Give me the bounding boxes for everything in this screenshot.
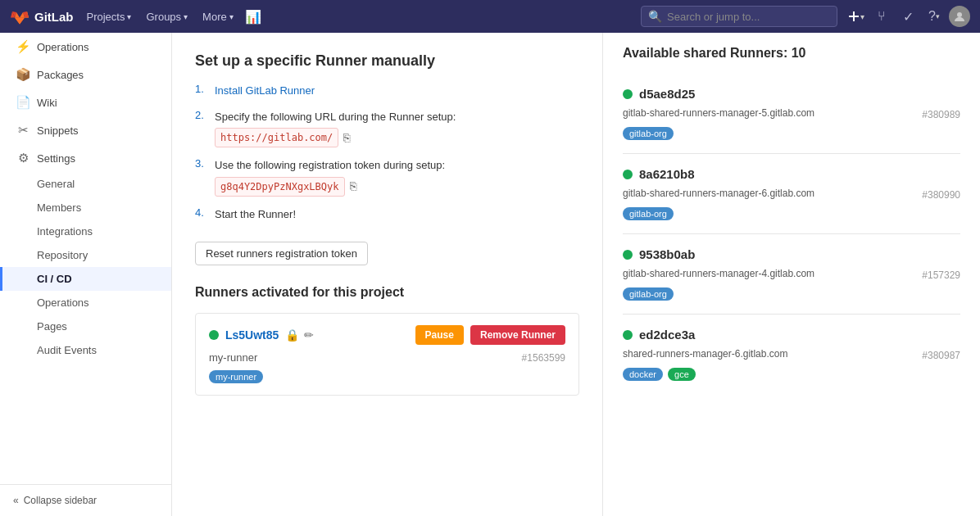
runner-icons: 🔒 ✏ bbox=[285, 328, 314, 342]
logo-text: GitLab bbox=[34, 10, 74, 24]
copy-url-icon[interactable]: ⎘ bbox=[343, 129, 350, 147]
runner-header: Ls5Uwt85 🔒 ✏ Pause Remove Runner bbox=[209, 325, 565, 345]
shared-runner-header: d5ae8d25 bbox=[623, 87, 960, 101]
sidebar-item-label: Settings bbox=[37, 152, 75, 165]
runner-host: shared-runners-manager-6.gitlab.com bbox=[623, 348, 787, 360]
runner-dot bbox=[623, 250, 633, 260]
runner-meta: my-runner #1563599 bbox=[209, 351, 565, 364]
sidebar-sub-repository[interactable]: Repository bbox=[0, 243, 171, 267]
runner-tag[interactable]: gitlab-org bbox=[623, 287, 674, 301]
activity-chart-icon[interactable]: 📊 bbox=[242, 5, 265, 28]
right-panel: Available shared Runners: 10 d5ae8d25 gi… bbox=[603, 33, 980, 516]
shared-runner-header: 9538b0ab bbox=[623, 247, 960, 261]
sidebar-item-packages[interactable]: 📦 Packages bbox=[0, 61, 171, 88]
pause-runner-button[interactable]: Pause bbox=[415, 325, 464, 345]
layout: ⚡ Operations 📦 Packages 📄 Wiki ✂ Snippet… bbox=[0, 33, 980, 516]
reset-token-button[interactable]: Reset runners registration token bbox=[195, 242, 368, 265]
shared-runner-4: ed2dce3a shared-runners-manager-6.gitlab… bbox=[623, 315, 960, 394]
settings-icon: ⚙ bbox=[16, 151, 30, 165]
runner-tag-gce[interactable]: gce bbox=[668, 368, 696, 381]
operations-icon: ⚡ bbox=[16, 39, 30, 54]
shared-runner-header: ed2dce3a bbox=[623, 328, 960, 342]
edit-icon[interactable]: ✏ bbox=[304, 328, 314, 342]
collapse-sidebar-button[interactable]: « Collapse sidebar bbox=[0, 484, 171, 516]
runner-id: #380990 bbox=[922, 189, 960, 201]
nav-more[interactable]: More ▾ bbox=[196, 7, 240, 26]
topnav-nav: Projects ▾ Groups ▾ More ▾ 📊 bbox=[80, 5, 265, 28]
runner-host: gitlab-shared-runners-manager-4.gitlab.c… bbox=[623, 268, 814, 279]
wiki-icon: 📄 bbox=[16, 95, 30, 110]
plus-icon[interactable]: ▾ bbox=[844, 5, 867, 28]
shared-runner-3: 9538b0ab gitlab-shared-runners-manager-4… bbox=[623, 234, 960, 315]
runner-name: 9538b0ab bbox=[639, 247, 695, 261]
chevron-down-icon: ▾ bbox=[127, 12, 131, 21]
runner-card: Ls5Uwt85 🔒 ✏ Pause Remove Runner my-runn… bbox=[195, 313, 579, 396]
snippets-icon: ✂ bbox=[16, 123, 30, 138]
sidebar-sub-cicd[interactable]: CI / CD bbox=[0, 267, 171, 291]
shared-runner-header: 8a6210b8 bbox=[623, 167, 960, 181]
remove-runner-button[interactable]: Remove Runner bbox=[470, 325, 565, 345]
chevron-down-icon: ▾ bbox=[229, 12, 234, 21]
runner-dot bbox=[623, 330, 633, 340]
help-icon[interactable]: ? ▾ bbox=[923, 5, 946, 28]
nav-groups[interactable]: Groups ▾ bbox=[139, 7, 194, 26]
packages-icon: 📦 bbox=[16, 67, 30, 82]
runner-tags: gitlab-org bbox=[623, 127, 960, 140]
runner-status-dot bbox=[209, 330, 219, 340]
runner-tag-docker[interactable]: docker bbox=[623, 368, 663, 381]
setup-step-2: 2. Specify the following URL during the … bbox=[195, 109, 579, 148]
sidebar-sub-integrations[interactable]: Integrations bbox=[0, 220, 171, 243]
sidebar-sub-operations[interactable]: Operations bbox=[0, 291, 171, 315]
sidebar-sub-members[interactable]: Members bbox=[0, 196, 171, 220]
runner-name: ed2dce3a bbox=[639, 328, 695, 342]
runner-actions: Pause Remove Runner bbox=[415, 325, 565, 345]
search-input[interactable] bbox=[667, 11, 814, 23]
runner-tag[interactable]: gitlab-org bbox=[623, 207, 674, 220]
runner-host: gitlab-shared-runners-manager-6.gitlab.c… bbox=[623, 188, 814, 199]
setup-step-1: 1. Install GitLab Runner bbox=[195, 83, 579, 99]
token-row: g8q4Y2DpyPzNXgxLBQyk ⎘ bbox=[215, 177, 445, 197]
main-content: Set up a specific Runner manually 1. Ins… bbox=[172, 33, 980, 516]
sidebar-sub-audit[interactable]: Audit Events bbox=[0, 338, 171, 362]
search-bar[interactable]: 🔍 bbox=[641, 6, 837, 27]
step-content: Start the Runner! bbox=[215, 206, 296, 223]
runner-id: #380989 bbox=[922, 109, 960, 120]
sidebar-item-snippets[interactable]: ✂ Snippets bbox=[0, 116, 171, 144]
sidebar: ⚡ Operations 📦 Packages 📄 Wiki ✂ Snippet… bbox=[0, 33, 172, 516]
runner-tag[interactable]: gitlab-org bbox=[623, 127, 674, 140]
runner-name[interactable]: Ls5Uwt85 bbox=[225, 328, 279, 342]
step-content: Use the following registration token dur… bbox=[215, 157, 445, 197]
lock-icon: 🔒 bbox=[285, 328, 299, 342]
sidebar-sub-general[interactable]: General bbox=[0, 172, 171, 196]
merge-request-icon[interactable]: ⑂ bbox=[870, 5, 893, 28]
install-runner-link[interactable]: Install GitLab Runner bbox=[215, 84, 315, 97]
runner-name: 8a6210b8 bbox=[639, 167, 695, 181]
nav-projects[interactable]: Projects ▾ bbox=[80, 7, 138, 26]
content-area: Set up a specific Runner manually 1. Ins… bbox=[172, 33, 980, 516]
gitlab-logo[interactable]: GitLab bbox=[10, 7, 74, 26]
step-num: 1. bbox=[195, 83, 210, 95]
sidebar-item-settings[interactable]: ⚙ Settings bbox=[0, 144, 171, 172]
runner-detail-row: gitlab-shared-runners-manager-4.gitlab.c… bbox=[623, 268, 960, 283]
sidebar-item-label: Wiki bbox=[37, 97, 57, 109]
sidebar-item-label: Packages bbox=[37, 69, 84, 81]
runner-tags: docker gce bbox=[623, 368, 960, 381]
sidebar-item-wiki[interactable]: 📄 Wiki bbox=[0, 88, 171, 116]
runner-name: d5ae8d25 bbox=[639, 87, 695, 101]
sidebar-item-label: Snippets bbox=[37, 124, 79, 137]
search-icon: 🔍 bbox=[648, 10, 662, 23]
runner-tag[interactable]: my-runner bbox=[209, 370, 263, 383]
sidebar-item-operations[interactable]: ⚡ Operations bbox=[0, 33, 171, 61]
setup-steps: 1. Install GitLab Runner 2. Specify the … bbox=[195, 83, 579, 222]
chevron-down-icon: ▾ bbox=[184, 12, 188, 21]
user-avatar[interactable] bbox=[949, 6, 970, 27]
runner-tags: gitlab-org bbox=[623, 287, 960, 301]
runner-dot bbox=[623, 89, 633, 99]
runner-id: #380987 bbox=[922, 350, 960, 361]
runner-alias: my-runner bbox=[209, 351, 257, 364]
left-panel: Set up a specific Runner manually 1. Ins… bbox=[172, 33, 603, 516]
todo-icon[interactable]: ✓ bbox=[896, 5, 919, 28]
step-num: 2. bbox=[195, 109, 210, 121]
copy-token-icon[interactable]: ⎘ bbox=[350, 178, 356, 195]
sidebar-sub-pages[interactable]: Pages bbox=[0, 315, 171, 338]
